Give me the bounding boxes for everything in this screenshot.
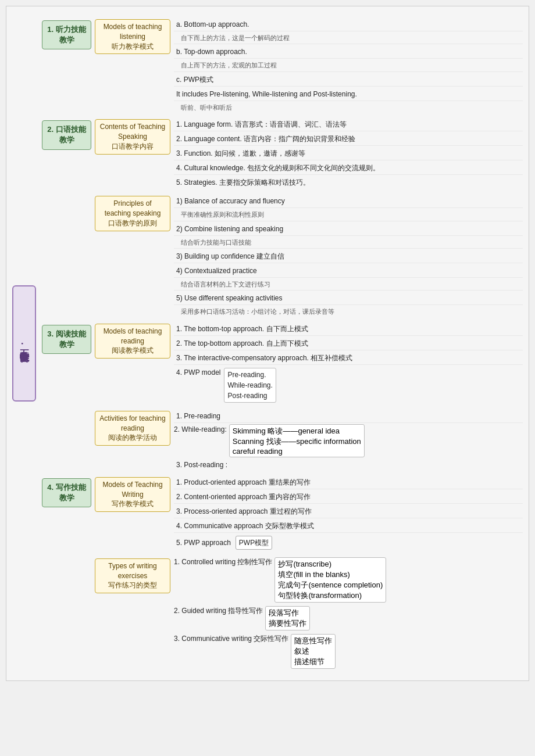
l3-listening-1: a. Bottom-up approach.	[174, 18, 523, 31]
l3-listening: a. Bottom-up approach. 自下而上的方法，这是一个解码的过程…	[174, 18, 523, 113]
l3-wt-2-b: 摘要性写作	[269, 618, 306, 629]
l3-sc-3: 3. Function. 如问候，道歉，邀请，感谢等	[174, 147, 523, 160]
l3-wt-2-items: 段落写作 摘要性写作	[265, 606, 310, 630]
l2-writing-types: Types of writing exercises写作练习的类型	[95, 558, 170, 593]
l3-writing-types: 1. Controlled writing 控制性写作 抄写(transcrib…	[174, 557, 523, 669]
l3-rm-2: 2. The top-bottom approach. 自上而下模式	[174, 337, 523, 350]
l2-writing: Models of Teaching Writing写作教学模式 1. Prod…	[95, 476, 523, 669]
l2-reading-models: Models of teaching reading阅读教学模式	[95, 324, 170, 359]
l2-row-listening-models: Models of teaching listening听力教学模式 a. Bo…	[95, 18, 523, 113]
l3-wm-5-label: 5. PWP approach	[176, 538, 231, 548]
l3-sp-3: 3) Building up confidence 建立自信	[174, 250, 523, 263]
l3-speaking-principles: 1) Balance of accuracy and fluency 平衡准确性…	[174, 195, 523, 318]
l1-listening: 1. 听力技能教学	[42, 20, 91, 49]
l3-sp-2b: 结合听力技能与口语技能	[174, 237, 523, 249]
l3-wt-1-items: 抄写(transcribe) 填空(fill in the blanks) 完成…	[274, 557, 386, 603]
l2-writing-models: Models of Teaching Writing写作教学模式	[95, 477, 170, 512]
root-node: 五.语言技能教学	[12, 285, 36, 402]
l2-row-writing-models: Models of Teaching Writing写作教学模式 1. Prod…	[95, 476, 523, 551]
l3-wm-3: 3. Process-oriented approach 重过程的写作	[174, 505, 523, 518]
l3-wt-1-a: 抄写(transcribe)	[278, 559, 383, 569]
l3-ra-3: 3. Post-reading :	[174, 458, 523, 471]
l3-wt-3-a: 随意性写作	[294, 636, 332, 646]
l3-sp-5b: 采用多种口语练习活动：小组讨论，对话，课后录音等	[174, 306, 523, 317]
l3-rm-4-sub: Pre-reading. While-reading. Post-reading	[224, 368, 276, 403]
l3-wt-1-label: 1. Controlled writing 控制性写作	[174, 557, 272, 567]
l3-ra-2-careful: careful reading	[233, 447, 361, 456]
l3-listening-3: c. PWP模式	[174, 73, 523, 87]
l3-wt-3-label: 3. Communicative writing 交际性写作	[174, 634, 288, 644]
l3-wt-1-b: 填空(fill in the blanks)	[278, 569, 383, 580]
l3-listening-3b: It includes Pre-listening, While-listeni…	[174, 88, 523, 101]
l3-rm-4-while: While-reading.	[227, 380, 272, 390]
l3-wt-1-d: 句型转换(transformation)	[278, 590, 383, 601]
l3-wt-1-row: 1. Controlled writing 控制性写作 抄写(transcrib…	[174, 557, 523, 603]
l2-reading: Models of teaching reading阅读教学模式 1. The …	[95, 323, 523, 471]
l3-sp-4b: 结合语言材料的上下文进行练习	[174, 279, 523, 291]
l3-listening-1b: 自下而上的方法，这是一个解码的过程	[174, 33, 523, 44]
l1-speaking: 2. 口语技能教学	[42, 120, 91, 149]
l3-wt-3-b: 叙述	[294, 646, 332, 657]
l2-row-reading-activities: Activities for teaching reading阅读的教学活动 1…	[95, 410, 523, 471]
l3-wm-2: 2. Content-oriented approach 重内容的写作	[174, 490, 523, 504]
l3-ra-2-items: Skimming 略读——general idea Scanning 找读——s…	[229, 424, 365, 457]
l3-sp-5: 5) Use different speaking activities	[174, 292, 523, 305]
page: 五.语言技能教学 1. 听力技能教学 Models of teaching li…	[6, 6, 529, 681]
l3-ra-2-row: 2. While-reading: Skimming 略读——general i…	[174, 424, 523, 457]
branch-listening: 1. 听力技能教学 Models of teaching listening听力…	[42, 18, 523, 113]
l3-listening-2: b. Top-down approach.	[174, 45, 523, 59]
l3-rm-1: 1. The bottom-top approach. 自下而上模式	[174, 323, 523, 336]
l3-sc-2: 2. Language content. 语言内容：指广阔的知识背景和经验	[174, 132, 523, 146]
l3-sp-1b: 平衡准确性原则和流利性原则	[174, 209, 523, 221]
l2-row-speaking-contents: Contents of Teaching Speaking口语教学内容 1. L…	[95, 118, 523, 189]
l3-sc-5: 5. Strategies. 主要指交际策略和对话技巧。	[174, 176, 523, 189]
l1-reading: 3. 阅读技能教学	[42, 325, 91, 354]
l3-writing-models: 1. Product-oriented approach 重结果的写作 2. C…	[174, 476, 523, 551]
branch-reading: 3. 阅读技能教学 Models of teaching reading阅读教学…	[42, 323, 523, 471]
l3-wm-5-box: PWP模型	[236, 536, 272, 550]
l3-ra-2-label: 2. While-reading:	[174, 424, 227, 433]
l2-row-speaking-principles: Principles of teaching speaking口语教学的原则 1…	[95, 195, 523, 318]
l3-reading-activities: 1. Pre-reading 2. While-reading: Skimmin…	[174, 410, 523, 471]
level1-container: 1. 听力技能教学 Models of teaching listening听力…	[42, 18, 523, 669]
l3-sp-4: 4) Contextualized practice	[174, 264, 523, 278]
l2-listening: Models of teaching listening听力教学模式 a. Bo…	[95, 18, 523, 113]
l3-ra-1: 1. Pre-reading	[174, 410, 523, 423]
branch-speaking: 2. 口语技能教学 Contents of Teaching Speaking口…	[42, 118, 523, 318]
l2-row-writing-types: Types of writing exercises写作练习的类型 1. Con…	[95, 557, 523, 669]
l3-listening-3c: 听前、听中和听后	[174, 102, 523, 113]
l2-listening-models: Models of teaching listening听力教学模式	[95, 19, 170, 54]
l3-wt-3-c: 描述细节	[294, 657, 332, 667]
mind-map: 五.语言技能教学 1. 听力技能教学 Models of teaching li…	[12, 18, 523, 669]
l3-wt-3-row: 3. Communicative writing 交际性写作 随意性写作 叙述 …	[174, 634, 523, 669]
l3-wt-3-items: 随意性写作 叙述 描述细节	[291, 634, 336, 669]
branch-writing: 4. 写作技能教学 Models of Teaching Writing写作教学…	[42, 476, 523, 669]
l3-sc-1: 1. Language form. 语言形式：语音语调、词汇、语法等	[174, 118, 523, 131]
l3-ra-2-scan: Scanning 找读——specific information	[233, 436, 361, 447]
l3-sp-2: 2) Combine listening and speaking	[174, 223, 523, 236]
l3-reading-models: 1. The bottom-top approach. 自下而上模式 2. Th…	[174, 323, 523, 404]
l3-rm-3: 3. The interactive-compensatory approach…	[174, 352, 523, 365]
l2-reading-activities: Activities for teaching reading阅读的教学活动	[95, 411, 170, 446]
l3-speaking-contents: 1. Language form. 语言形式：语音语调、词汇、语法等 2. La…	[174, 118, 523, 189]
l3-listening-2b: 自上而下的方法，宏观的加工过程	[174, 60, 523, 71]
l3-wm-1: 1. Product-oriented approach 重结果的写作	[174, 476, 523, 489]
l2-row-reading-models: Models of teaching reading阅读教学模式 1. The …	[95, 323, 523, 404]
l3-rm-4-label: 4. PWP model	[176, 367, 220, 378]
l3-rm-4-row: 4. PWP model Pre-reading. While-reading.…	[174, 366, 523, 404]
l3-wm-4: 4. Communicative approach 交际型教学模式	[174, 519, 523, 533]
l2-speaking-contents: Contents of Teaching Speaking口语教学内容	[95, 119, 170, 154]
l3-wt-2-a: 段落写作	[269, 608, 306, 618]
l1-writing: 4. 写作技能教学	[42, 478, 91, 507]
l3-sc-4: 4. Cultural knowledge. 包括文化的规则和不同文化间的交流规…	[174, 162, 523, 175]
l3-wt-2-label: 2. Guided writing 指导性写作	[174, 606, 263, 616]
l3-rm-4-post: Post-reading	[227, 390, 272, 401]
l2-speaking-principles: Principles of teaching speaking口语教学的原则	[95, 196, 170, 231]
l3-wt-2-row: 2. Guided writing 指导性写作 段落写作 摘要性写作	[174, 606, 523, 630]
l3-ra-2-skim: Skimming 略读——general idea	[233, 426, 361, 436]
l2-speaking: Contents of Teaching Speaking口语教学内容 1. L…	[95, 118, 523, 318]
l3-rm-4-pre: Pre-reading.	[227, 370, 272, 380]
l3-sp-1: 1) Balance of accuracy and fluency	[174, 195, 523, 208]
l3-wt-1-c: 完成句子(sentence completion)	[278, 580, 383, 590]
l3-wm-5: 5. PWP approach PWP模型	[174, 534, 523, 551]
